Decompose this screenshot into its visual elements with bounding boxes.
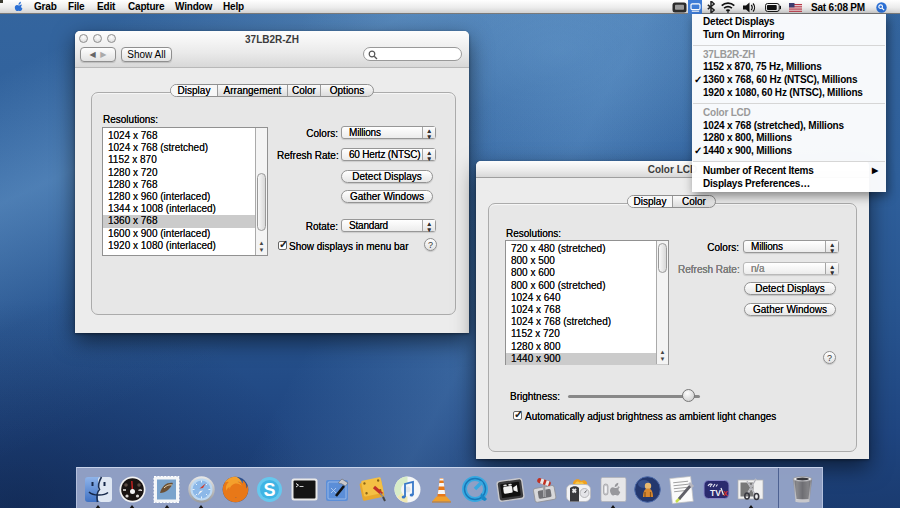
svg-text:x: x [723, 488, 728, 498]
svg-text:S: S [264, 480, 276, 500]
svg-text:TV: TV [710, 488, 721, 498]
